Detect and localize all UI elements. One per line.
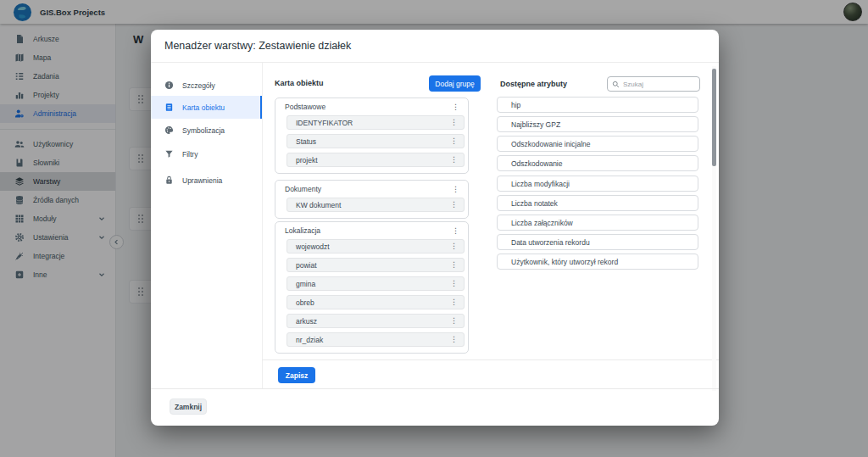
header-divider	[151, 62, 719, 63]
field-row[interactable]: projekt⋮	[287, 153, 465, 167]
attribute-item[interactable]: Liczba załączników	[497, 215, 698, 231]
info-icon	[164, 81, 174, 90]
kebab-menu-icon[interactable]: ⋮	[448, 279, 460, 288]
kebab-menu-icon[interactable]: ⋮	[448, 260, 460, 270]
group-card-dokumenty: Dokumenty ⋮ KW dokument⋮	[275, 180, 469, 219]
tabs-divider	[262, 63, 263, 388]
field-label: IDENTYFIKATOR	[296, 119, 353, 127]
tab-szczegoly[interactable]: Szczegóły	[151, 74, 262, 97]
palette-icon	[164, 125, 174, 135]
attribute-item[interactable]: Odszkodowanie inicjalne	[497, 136, 698, 152]
field-row[interactable]: obreb⋮	[287, 295, 465, 309]
footer-divider	[151, 388, 719, 389]
field-label: Status	[296, 137, 316, 146]
field-label: wojewodzt	[296, 242, 330, 251]
field-label: obreb	[296, 298, 314, 307]
field-row[interactable]: wojewodzt⋮	[287, 239, 465, 254]
field-label: powiat	[296, 261, 317, 270]
attribute-item[interactable]: Data utworzenia rekordu	[497, 234, 698, 250]
layer-manager-modal: Menadżer warstwy: Zestawienie działek Sz…	[151, 30, 719, 426]
group-header: Lokalizacja ⋮	[275, 222, 468, 239]
attribute-item[interactable]: Użytkownik, który utworzył rekord	[497, 254, 698, 270]
close-button[interactable]: Zamknij	[170, 398, 207, 415]
lock-icon	[164, 176, 174, 185]
modal-scrollbar-thumb[interactable]	[712, 69, 716, 166]
field-label: arkusz	[296, 317, 317, 326]
document-lines-icon	[164, 103, 174, 112]
kebab-menu-icon[interactable]: ⋮	[448, 298, 460, 307]
field-label: projekt	[296, 156, 318, 164]
group-card-lokalizacja: Lokalizacja ⋮ wojewodzt⋮ powiat⋮ gmina⋮ …	[275, 221, 469, 354]
group-name: Podstawowe	[285, 103, 326, 111]
tab-label: Filtry	[182, 150, 198, 159]
group-card-podstawowe: Podstawowe ⋮ IDENTYFIKATOR⋮ Status⋮ proj…	[275, 98, 469, 174]
attribute-item[interactable]: Liczba modyfikacji	[497, 176, 698, 192]
kebab-menu-icon[interactable]: ⋮	[448, 155, 460, 164]
group-name: Lokalizacja	[285, 226, 320, 235]
modal-scrollbar-track	[712, 66, 716, 391]
tab-label: Symbolizacja	[182, 126, 225, 135]
tab-symbolizacja[interactable]: Symbolizacja	[151, 119, 262, 142]
field-row[interactable]: KW dokument⋮	[287, 198, 465, 212]
attribute-item[interactable]: Najbliższy GPZ	[497, 116, 698, 132]
kebab-menu-icon[interactable]: ⋮	[449, 103, 462, 112]
attributes-heading: Dostępne atrybuty	[500, 80, 567, 88]
group-header: Dokumenty ⋮	[275, 181, 468, 198]
kebab-menu-icon[interactable]: ⋮	[448, 200, 460, 209]
kebab-menu-icon[interactable]: ⋮	[449, 185, 462, 194]
group-name: Dokumenty	[285, 185, 321, 193]
kebab-menu-icon[interactable]: ⋮	[448, 335, 460, 344]
kebab-menu-icon[interactable]: ⋮	[448, 118, 460, 127]
field-row[interactable]: Status⋮	[287, 134, 465, 148]
filter-icon	[164, 149, 174, 159]
field-row[interactable]: gmina⋮	[287, 276, 465, 291]
tab-label: Szczegóły	[182, 81, 215, 90]
field-label: gmina	[296, 280, 315, 288]
attribute-item[interactable]: Odszkodowanie	[497, 155, 698, 171]
attribute-search	[607, 76, 700, 92]
group-header: Podstawowe ⋮	[275, 98, 468, 115]
attribute-item[interactable]: Liczba notatek	[497, 195, 698, 211]
kebab-menu-icon[interactable]: ⋮	[449, 226, 462, 236]
save-button[interactable]: Zapisz	[278, 367, 315, 383]
field-label: KW dokument	[296, 201, 341, 209]
tab-label: Karta obiektu	[182, 103, 225, 112]
search-icon	[612, 81, 620, 88]
tab-karta-obiektu[interactable]: Karta obiektu	[151, 96, 262, 119]
kebab-menu-icon[interactable]: ⋮	[448, 137, 460, 146]
content-divider	[262, 359, 719, 360]
kebab-menu-icon[interactable]: ⋮	[448, 316, 460, 326]
tab-uprawnienia[interactable]: Uprawnienia	[151, 169, 262, 192]
field-row[interactable]: nr_dziak⋮	[287, 332, 465, 347]
card-section-heading: Karta obiektu	[275, 79, 324, 87]
field-row[interactable]: powiat⋮	[287, 258, 465, 272]
field-label: nr_dziak	[296, 336, 323, 344]
tab-filtry[interactable]: Filtry	[151, 142, 262, 165]
tab-label: Uprawnienia	[182, 176, 222, 185]
field-row[interactable]: arkusz⋮	[287, 314, 465, 328]
modal-title: Menadżer warstwy: Zestawienie działek	[164, 40, 351, 52]
search-input[interactable]	[623, 81, 695, 88]
field-row[interactable]: IDENTYFIKATOR⋮	[287, 115, 465, 130]
kebab-menu-icon[interactable]: ⋮	[448, 242, 460, 251]
app-screen: GIS.Box Projects Arkusze Mapa Zadania Pr…	[0, 0, 868, 457]
add-group-button[interactable]: Dodaj grupę	[429, 75, 481, 92]
attribute-item[interactable]: hip	[497, 97, 698, 113]
